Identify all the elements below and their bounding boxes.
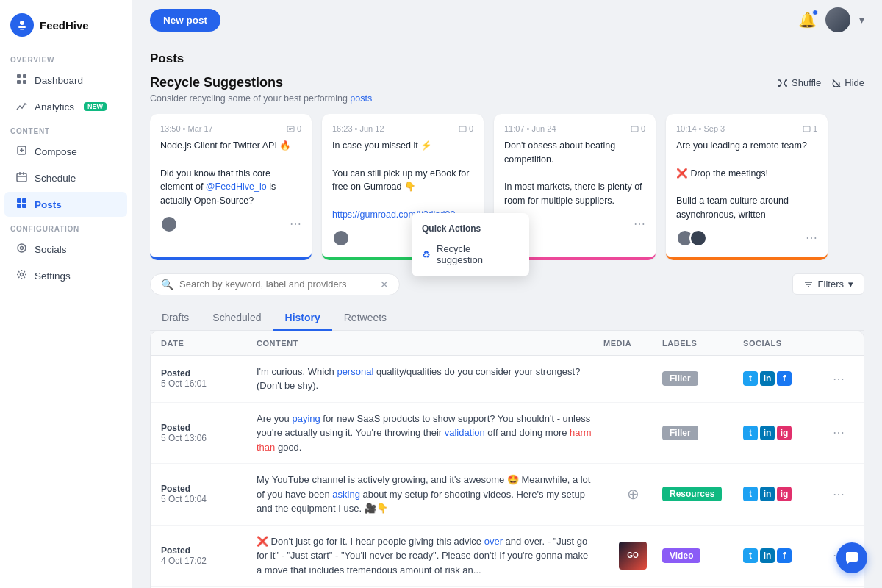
row-3-label: Resources [662,487,722,501]
twitter-icon: t [743,371,758,386]
row-2-content: Are you paying for new SaaS products to … [257,412,603,455]
sidebar-item-dashboard-label: Dashboard [35,75,83,86]
sidebar: FeedHive OVERVIEW Dashboard Analytics NE… [0,0,132,588]
recycle-card-4: 10:14 • Sep 3 1 Are you leading a remote… [666,114,828,260]
linkedin-icon: in [760,487,775,501]
posts-table: DATE CONTENT MEDIA LABELS SOCIALS Posted… [150,331,864,589]
table-row: Posted 5 Oct 16:01 I'm curious. Which pe… [151,356,864,403]
svg-rect-24 [631,126,638,132]
card-1-text: Node.js Client for Twitter API 🔥Did you … [160,139,301,208]
row-3-more-button[interactable]: ⋯ [824,487,853,501]
row-1-status: Posted [161,368,257,379]
twitter-icon: t [743,426,758,440]
table-header: DATE CONTENT MEDIA LABELS SOCIALS [151,331,864,356]
recycle-link[interactable]: posts [350,93,372,104]
svg-rect-22 [287,126,294,132]
tab-retweets[interactable]: Retweets [332,306,398,331]
row-4-media: GO [603,542,662,570]
search-input[interactable] [179,279,374,290]
notification-dot [812,10,818,15]
tab-drafts[interactable]: Drafts [150,306,201,331]
row-4-content: ❌ Don't just go for it. I hear people gi… [257,534,603,578]
row-4-date: Posted 4 Oct 17:02 [161,545,257,566]
avatar-image [825,7,850,32]
facebook-icon: f [777,548,792,563]
app-name: FeedHive [40,19,89,32]
sidebar-item-analytics[interactable]: Analytics NEW [4,94,127,119]
row-3-datetime: 5 Oct 10:04 [161,494,257,504]
row-3-status: Posted [161,484,257,494]
th-content: CONTENT [257,339,603,348]
recycle-actions: Shuffle Hide [778,77,864,88]
tabs: Drafts Scheduled History Retweets [150,306,864,331]
user-avatar[interactable] [825,7,850,32]
sidebar-item-compose[interactable]: Compose [4,139,127,164]
svg-rect-23 [459,126,466,132]
card-3-time: 11:07 • Jun 24 [504,124,556,133]
row-3-media: ⊕ [603,485,662,503]
filters-chevron-icon: ▾ [848,279,853,290]
th-date: DATE [161,339,257,348]
recycle-title: Recycle Suggestions [150,75,283,90]
sidebar-item-dashboard[interactable]: Dashboard [4,68,127,93]
svg-rect-25 [803,126,810,132]
svg-rect-5 [17,80,21,84]
row-2-more-button[interactable]: ⋯ [824,426,853,440]
analytics-badge: NEW [84,102,107,111]
recycle-card-1: 13:50 • Mar 17 0 Node.js Client for Twit… [150,114,312,260]
hide-label: Hide [845,77,864,88]
chat-bubble-button[interactable] [836,542,867,573]
svg-rect-10 [17,173,26,182]
shuffle-label: Shuffle [792,77,821,88]
twitter-icon: t [743,548,758,563]
sidebar-item-posts-label: Posts [35,199,62,210]
sidebar-item-schedule[interactable]: Schedule [4,165,127,190]
sidebar-item-compose-label: Compose [35,146,77,157]
filters-button[interactable]: Filters ▾ [792,273,864,295]
search-clear-icon[interactable]: ✕ [380,279,389,290]
card-4-avatars [676,229,703,247]
new-post-button[interactable]: New post [150,9,220,32]
card-2-meta: 16:23 • Jun 12 0 [332,124,473,133]
row-4-label: Video [662,548,700,563]
card-2-avatar [332,229,350,247]
content-section-label: CONTENT [0,120,132,138]
card-1-more-button[interactable]: ⋯ [290,217,301,231]
card-1-avatars [160,215,173,233]
media-add-icon: ⊕ [627,485,639,503]
svg-rect-17 [22,204,26,208]
card-4-count: 1 [813,124,817,133]
sidebar-item-analytics-label: Analytics [35,101,74,112]
row-1-more-button[interactable]: ⋯ [824,372,853,386]
sidebar-item-posts[interactable]: Posts [4,192,127,217]
search-row: 🔍 ✕ Filters ▾ [150,273,864,295]
sidebar-item-settings[interactable]: Settings [4,263,127,288]
row-1-labels: Filler [662,371,743,386]
hide-button[interactable]: Hide [831,77,864,88]
card-2-text: In case you missed it ⚡You can still pic… [332,139,473,222]
card-4-more-button[interactable]: ⋯ [806,231,817,245]
table-row: Posted 5 Oct 13:06 Are you paying for ne… [151,403,864,465]
avatar-chevron[interactable]: ▾ [859,14,864,26]
row-4-socials: t in f [743,548,824,563]
facebook-icon: f [777,371,792,386]
recycle-suggestion-button[interactable]: ♻ Recycle suggestion [412,238,529,270]
card-3-more-button[interactable]: ⋯ [634,217,645,231]
dashboard-icon [15,74,28,87]
instagram-icon: ig [777,426,792,440]
row-2-date: Posted 5 Oct 13:06 [161,423,257,443]
sidebar-item-schedule-label: Schedule [35,173,76,184]
card-2-avatars [332,229,345,247]
compose-icon [15,145,28,158]
svg-rect-2 [20,29,24,30]
th-actions [824,339,853,348]
tab-history[interactable]: History [273,306,332,331]
shuffle-button[interactable]: Shuffle [778,77,821,88]
th-labels: LABELS [662,339,743,348]
svg-point-19 [20,247,23,250]
notifications[interactable]: 🔔 [798,11,817,29]
tab-scheduled[interactable]: Scheduled [201,306,273,331]
sidebar-item-socials[interactable]: Socials [4,237,127,262]
recycle-label: Recycle suggestion [437,243,519,265]
svg-rect-4 [23,74,26,78]
